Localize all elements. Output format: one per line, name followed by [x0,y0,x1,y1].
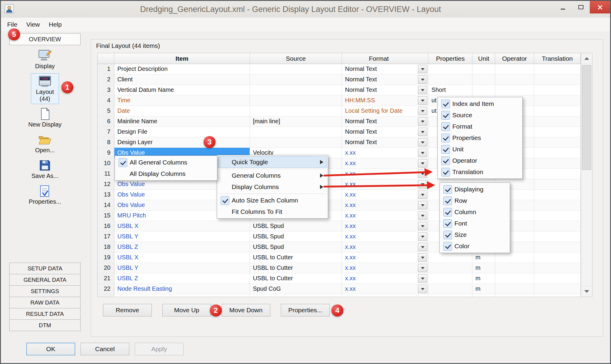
move-down-button[interactable]: Move Down [222,304,270,316]
cell-format[interactable]: x.xx [342,252,428,263]
cell-format[interactable]: Normal Text [342,85,428,95]
cell-source[interactable]: USBL Spud [250,232,342,242]
format-dropdown-button[interactable] [418,117,427,126]
column-header-properties[interactable]: Properties [428,53,472,64]
cell-source[interactable] [250,74,342,85]
cell-translation[interactable] [534,200,581,211]
cell-translation[interactable] [534,148,581,158]
column-header-unit[interactable]: Unit [472,53,495,64]
cell-source[interactable] [250,127,342,137]
cell-format[interactable]: x.xx [342,200,428,211]
format-dropdown-button[interactable] [418,201,427,209]
cell-source[interactable]: USBL Spud [250,242,342,252]
menu-item-general-columns[interactable]: General Columns [218,170,327,181]
format-dropdown-button[interactable] [418,264,427,272]
cell-translation[interactable] [534,127,581,137]
cell-translation[interactable] [534,211,581,221]
cell-translation[interactable] [534,242,581,252]
table-row[interactable]: 19USBL XUSBL to Cutterx.xxm [98,252,581,263]
cell-item[interactable]: Time [114,95,250,106]
cell-format[interactable]: Normal Text [342,74,428,85]
table-row[interactable]: 22Node Result EastingSpud CoGx.xxm [98,284,581,294]
cell-translation[interactable] [534,221,581,232]
table-row[interactable]: 20USBL YUSBL to Cutterx.xxm [98,263,581,273]
cell-source[interactable]: [main line] [250,116,342,127]
cell-properties[interactable]: Short [428,85,472,95]
sidebar-item-open[interactable]: Open... [9,132,81,156]
menu-item-displaying[interactable]: Displaying [441,184,509,195]
cell-unit[interactable]: m [472,284,495,294]
menu-item-format[interactable]: Format [439,121,521,132]
sidebar-section-settings[interactable]: SETTINGS [9,285,81,297]
format-dropdown-button[interactable] [418,253,427,262]
properties-button[interactable]: Properties... [281,304,330,316]
cell-translation[interactable] [534,179,581,190]
format-dropdown-button[interactable] [418,274,427,283]
menu-item-row[interactable]: Row [441,195,509,206]
format-dropdown-button[interactable] [418,180,427,188]
table-row[interactable]: 2ClientNormal Text [98,74,581,85]
sidebar-section-raw-data[interactable]: RAW DATA [9,297,81,308]
cell-translation[interactable] [534,169,581,179]
cell-properties[interactable] [428,263,472,273]
scroll-thumb[interactable] [582,65,591,170]
cell-translation[interactable] [534,85,581,95]
table-row[interactable]: 21USBL ZUSBL to Cutterx.xxm [98,273,581,284]
menu-item-color[interactable]: Color [441,240,509,252]
cell-translation[interactable] [534,273,581,284]
menu-item-auto-size-each-column[interactable]: Auto Size Each Column [218,195,327,206]
cell-item[interactable]: Design File [114,127,250,137]
cell-translation[interactable] [534,158,581,169]
cell-unit[interactable]: m [472,263,495,273]
sidebar-section-setup-data[interactable]: SETUP DATA [9,263,81,274]
cell-item[interactable]: USBL Z [114,273,250,284]
cell-format[interactable]: x.xx [342,148,428,158]
menu-item-font[interactable]: Font [441,218,509,229]
cell-unit[interactable]: m [472,252,495,263]
cancel-button[interactable]: Cancel [81,343,129,355]
menu-item-properties[interactable]: Properties [439,132,521,144]
cell-source[interactable]: USBL to Cutter [250,252,342,263]
cell-translation[interactable] [534,263,581,273]
maximize-button[interactable] [572,1,590,13]
cell-item[interactable]: USBL X [114,221,250,232]
cell-item[interactable]: USBL X [114,252,250,263]
cell-source[interactable]: USBL Spud [250,221,342,232]
cell-operator[interactable] [495,74,534,85]
cell-translation[interactable] [534,74,581,85]
sidebar-item-properties[interactable]: Properties... [9,183,81,207]
menu-help[interactable]: Help [44,18,66,31]
cell-format[interactable]: x.xx [342,273,428,284]
cell-translation[interactable] [534,106,581,116]
format-dropdown-button[interactable] [418,138,427,147]
menu-item-quick-toggle[interactable]: Quick Toggle [218,156,327,168]
cell-item[interactable]: USBL Y [114,232,250,242]
cell-translation[interactable] [534,116,581,127]
cell-translation[interactable] [534,95,581,106]
sidebar-item-display[interactable]: Display [9,48,81,71]
cell-item[interactable]: Vertical Datum Name [114,85,250,95]
sidebar-section-result-data[interactable]: RESULT DATA [9,308,81,320]
menu-item-size[interactable]: Size [441,229,509,240]
cell-operator[interactable] [495,252,534,263]
menu-item-index-and-item[interactable]: Index and Item [439,98,521,109]
cell-source[interactable] [250,95,342,106]
cell-properties[interactable] [428,284,472,294]
column-header-source[interactable]: Source [250,53,342,64]
format-dropdown-button[interactable] [418,65,427,73]
cell-item[interactable]: USBL Z [114,242,250,252]
cell-format[interactable]: Normal Text [342,127,428,137]
scroll-up-button[interactable] [581,53,592,64]
cell-operator[interactable] [495,85,534,95]
column-header-operator[interactable]: Operator [495,53,534,64]
cell-properties[interactable] [428,74,472,85]
menu-item-operator[interactable]: Operator [439,155,521,166]
cell-item[interactable]: Design Layer [114,137,250,148]
menu-item-all-general-columns[interactable]: All General Columns [116,157,216,168]
cell-translation[interactable] [534,232,581,242]
format-dropdown-button[interactable] [418,75,427,84]
format-dropdown-button[interactable] [418,222,427,230]
format-dropdown-button[interactable] [418,149,427,157]
scroll-down-button[interactable] [581,286,592,297]
minimize-button[interactable] [554,1,572,13]
